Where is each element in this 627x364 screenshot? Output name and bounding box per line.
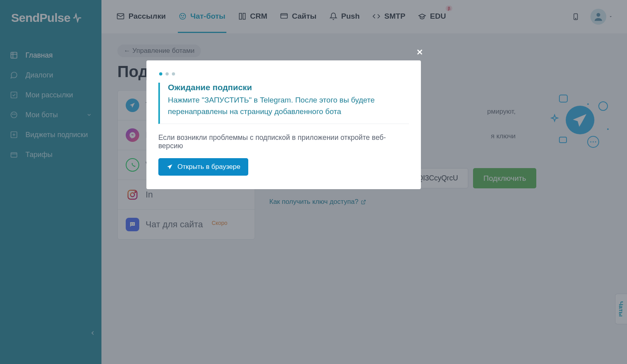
button-label: Открыть в браузере — [177, 163, 240, 171]
close-icon — [415, 48, 424, 56]
modal-close-button[interactable] — [414, 46, 426, 58]
modal: Ожидание подписки Нажмите "ЗАПУСТИТЬ" в … — [146, 60, 421, 189]
modal-body: Ожидание подписки Нажмите "ЗАПУСТИТЬ" в … — [158, 83, 409, 124]
modal-note: Если возникли проблеммы с подпиской в пр… — [158, 134, 409, 150]
progress-dots — [159, 72, 409, 76]
telegram-icon — [166, 163, 173, 170]
dot — [159, 72, 162, 76]
open-in-browser-button[interactable]: Открыть в браузере — [158, 158, 248, 176]
dot — [166, 72, 169, 76]
modal-title: Ожидание подписки — [168, 83, 409, 92]
modal-description: Нажмите "ЗАПУСТИТЬ" в Telegram. После эт… — [168, 95, 409, 117]
dot — [172, 72, 175, 76]
